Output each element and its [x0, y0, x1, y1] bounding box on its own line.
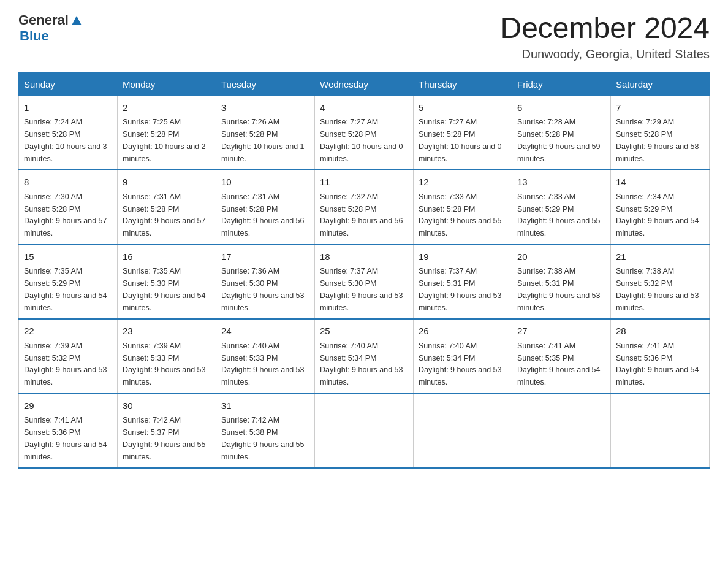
day-number: 31: [221, 399, 309, 413]
col-monday: Monday: [118, 72, 216, 96]
day-number: 15: [24, 250, 112, 264]
day-info: Sunrise: 7:33 AMSunset: 5:29 PMDaylight:…: [517, 193, 601, 237]
day-info: Sunrise: 7:27 AMSunset: 5:28 PMDaylight:…: [320, 118, 403, 163]
col-tuesday: Tuesday: [216, 72, 315, 96]
col-sunday: Sunday: [19, 72, 118, 96]
table-row: 31 Sunrise: 7:42 AMSunset: 5:38 PMDaylig…: [216, 394, 315, 469]
calendar-week-1: 1 Sunrise: 7:24 AMSunset: 5:28 PMDayligh…: [19, 96, 710, 170]
day-number: 16: [123, 250, 211, 264]
table-row: 12 Sunrise: 7:33 AMSunset: 5:28 PMDaylig…: [414, 170, 512, 245]
day-number: 10: [221, 175, 309, 190]
day-info: Sunrise: 7:31 AMSunset: 5:28 PMDaylight:…: [221, 193, 305, 237]
day-info: Sunrise: 7:37 AMSunset: 5:30 PMDaylight:…: [320, 267, 403, 312]
table-row: 18 Sunrise: 7:37 AMSunset: 5:30 PMDaylig…: [315, 245, 414, 320]
day-info: Sunrise: 7:38 AMSunset: 5:31 PMDaylight:…: [517, 267, 601, 312]
table-row: 6 Sunrise: 7:28 AMSunset: 5:28 PMDayligh…: [512, 96, 611, 170]
table-row: 1 Sunrise: 7:24 AMSunset: 5:28 PMDayligh…: [19, 96, 118, 170]
day-number: 18: [320, 250, 408, 264]
col-saturday: Saturday: [611, 72, 710, 96]
day-info: Sunrise: 7:42 AMSunset: 5:37 PMDaylight:…: [123, 416, 206, 461]
table-row: [414, 394, 512, 469]
title-block: December 2024 Dunwoody, Georgia, United …: [500, 12, 710, 61]
col-wednesday: Wednesday: [315, 72, 414, 96]
day-number: 20: [517, 250, 605, 264]
day-number: 22: [24, 324, 112, 339]
day-number: 29: [24, 399, 112, 413]
day-number: 6: [517, 101, 605, 115]
day-number: 27: [517, 324, 605, 339]
table-row: 11 Sunrise: 7:32 AMSunset: 5:28 PMDaylig…: [315, 170, 414, 245]
day-number: 9: [123, 175, 211, 190]
day-number: 7: [616, 101, 704, 115]
table-row: 9 Sunrise: 7:31 AMSunset: 5:28 PMDayligh…: [118, 170, 216, 245]
table-row: 15 Sunrise: 7:35 AMSunset: 5:29 PMDaylig…: [19, 245, 118, 320]
table-row: 29 Sunrise: 7:41 AMSunset: 5:36 PMDaylig…: [19, 394, 118, 469]
logo-triangle-icon: [70, 13, 83, 27]
day-info: Sunrise: 7:29 AMSunset: 5:28 PMDaylight:…: [616, 118, 699, 163]
day-number: 11: [320, 175, 408, 190]
day-info: Sunrise: 7:32 AMSunset: 5:28 PMDaylight:…: [320, 193, 403, 237]
table-row: 7 Sunrise: 7:29 AMSunset: 5:28 PMDayligh…: [611, 96, 710, 170]
day-info: Sunrise: 7:33 AMSunset: 5:28 PMDaylight:…: [419, 193, 502, 237]
calendar-header: Sunday Monday Tuesday Wednesday Thursday…: [19, 72, 710, 96]
table-row: 25 Sunrise: 7:40 AMSunset: 5:34 PMDaylig…: [315, 319, 414, 394]
day-info: Sunrise: 7:40 AMSunset: 5:33 PMDaylight:…: [221, 342, 305, 386]
table-row: 5 Sunrise: 7:27 AMSunset: 5:28 PMDayligh…: [414, 96, 512, 170]
day-number: 24: [221, 324, 309, 339]
col-thursday: Thursday: [414, 72, 512, 96]
calendar-week-4: 22 Sunrise: 7:39 AMSunset: 5:32 PMDaylig…: [19, 319, 710, 394]
day-info: Sunrise: 7:38 AMSunset: 5:32 PMDaylight:…: [616, 267, 699, 312]
day-info: Sunrise: 7:24 AMSunset: 5:28 PMDaylight:…: [24, 118, 107, 163]
calendar-table: Sunday Monday Tuesday Wednesday Thursday…: [18, 72, 710, 469]
day-number: 17: [221, 250, 309, 264]
calendar-title: December 2024: [500, 12, 710, 45]
day-info: Sunrise: 7:30 AMSunset: 5:28 PMDaylight:…: [24, 193, 107, 237]
table-row: 3 Sunrise: 7:26 AMSunset: 5:28 PMDayligh…: [216, 96, 315, 170]
day-number: 4: [320, 101, 408, 115]
day-info: Sunrise: 7:41 AMSunset: 5:35 PMDaylight:…: [517, 342, 601, 386]
calendar-subtitle: Dunwoody, Georgia, United States: [500, 47, 710, 61]
day-number: 5: [419, 101, 507, 115]
table-row: 4 Sunrise: 7:27 AMSunset: 5:28 PMDayligh…: [315, 96, 414, 170]
calendar-week-3: 15 Sunrise: 7:35 AMSunset: 5:29 PMDaylig…: [19, 245, 710, 320]
table-row: 8 Sunrise: 7:30 AMSunset: 5:28 PMDayligh…: [19, 170, 118, 245]
table-row: 2 Sunrise: 7:25 AMSunset: 5:28 PMDayligh…: [118, 96, 216, 170]
day-info: Sunrise: 7:40 AMSunset: 5:34 PMDaylight:…: [320, 342, 403, 386]
day-info: Sunrise: 7:27 AMSunset: 5:28 PMDaylight:…: [419, 118, 502, 163]
day-info: Sunrise: 7:35 AMSunset: 5:30 PMDaylight:…: [123, 267, 206, 312]
day-info: Sunrise: 7:41 AMSunset: 5:36 PMDaylight:…: [24, 416, 107, 461]
day-info: Sunrise: 7:31 AMSunset: 5:28 PMDaylight:…: [123, 193, 206, 237]
day-info: Sunrise: 7:34 AMSunset: 5:29 PMDaylight:…: [616, 193, 699, 237]
table-row: [512, 394, 611, 469]
calendar-body: 1 Sunrise: 7:24 AMSunset: 5:28 PMDayligh…: [19, 96, 710, 468]
table-row: 14 Sunrise: 7:34 AMSunset: 5:29 PMDaylig…: [611, 170, 710, 245]
day-info: Sunrise: 7:42 AMSunset: 5:38 PMDaylight:…: [221, 416, 305, 461]
day-number: 8: [24, 175, 112, 190]
table-row: 17 Sunrise: 7:36 AMSunset: 5:30 PMDaylig…: [216, 245, 315, 320]
table-row: 22 Sunrise: 7:39 AMSunset: 5:32 PMDaylig…: [19, 319, 118, 394]
day-number: 23: [123, 324, 211, 339]
day-number: 13: [517, 175, 605, 190]
table-row: 28 Sunrise: 7:41 AMSunset: 5:36 PMDaylig…: [611, 319, 710, 394]
page-header: General Blue December 2024 Dunwoody, Geo…: [18, 12, 710, 61]
table-row: [315, 394, 414, 469]
table-row: 16 Sunrise: 7:35 AMSunset: 5:30 PMDaylig…: [118, 245, 216, 320]
logo: General Blue: [18, 12, 83, 44]
day-number: 14: [616, 175, 704, 190]
day-info: Sunrise: 7:39 AMSunset: 5:32 PMDaylight:…: [24, 342, 107, 386]
day-info: Sunrise: 7:28 AMSunset: 5:28 PMDaylight:…: [517, 118, 601, 163]
day-number: 25: [320, 324, 408, 339]
day-number: 3: [221, 101, 309, 115]
day-number: 26: [419, 324, 507, 339]
logo-blue-text: Blue: [20, 28, 49, 44]
table-row: 26 Sunrise: 7:40 AMSunset: 5:34 PMDaylig…: [414, 319, 512, 394]
day-info: Sunrise: 7:36 AMSunset: 5:30 PMDaylight:…: [221, 267, 305, 312]
day-info: Sunrise: 7:39 AMSunset: 5:33 PMDaylight:…: [123, 342, 206, 386]
table-row: 21 Sunrise: 7:38 AMSunset: 5:32 PMDaylig…: [611, 245, 710, 320]
table-row: 20 Sunrise: 7:38 AMSunset: 5:31 PMDaylig…: [512, 245, 611, 320]
day-number: 21: [616, 250, 704, 264]
day-number: 19: [419, 250, 507, 264]
day-info: Sunrise: 7:37 AMSunset: 5:31 PMDaylight:…: [419, 267, 502, 312]
table-row: 24 Sunrise: 7:40 AMSunset: 5:33 PMDaylig…: [216, 319, 315, 394]
table-row: [611, 394, 710, 469]
